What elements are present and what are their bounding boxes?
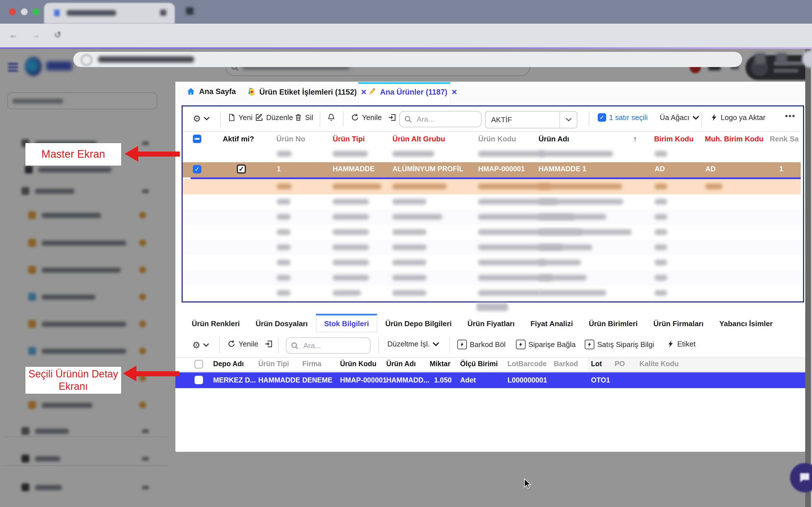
detail-tab[interactable]: Ürün Firmaları (646, 314, 712, 332)
logo-export-button[interactable]: Logo ya Aktar (711, 113, 765, 122)
column-header[interactable]: Renk Sa (770, 132, 799, 147)
column-header[interactable]: Depo Adı (213, 358, 244, 371)
browser-tab[interactable] (44, 3, 175, 24)
correction-menu-button[interactable]: Düzeltme İşl. (388, 340, 439, 348)
row-checkbox-checked[interactable]: ✓ (193, 165, 201, 173)
back-icon[interactable]: ← (9, 30, 17, 40)
translate-icon[interactable] (755, 53, 766, 64)
master-search-box[interactable] (399, 111, 481, 127)
barcode-split-button[interactable]: Barkod Böl (457, 340, 506, 349)
detail-tab[interactable]: Ürün Dosyaları (248, 314, 316, 332)
tab-ana-sayfa[interactable]: Ana Sayfa (187, 87, 236, 96)
edit-button[interactable]: Düzenle (255, 113, 293, 122)
grid-settings-button[interactable]: ⚙ (192, 340, 209, 350)
column-header[interactable]: Miktar (430, 358, 451, 371)
column-header[interactable]: Ürün Tipi (333, 132, 365, 147)
column-header[interactable]: Ürün No (276, 132, 305, 147)
blurred-text-placeholder (393, 214, 442, 220)
table-row-blurred[interactable] (183, 225, 801, 240)
checkbox-checked-icon[interactable]: ✓ (598, 113, 606, 122)
detail-selected-row[interactable]: MERKEZ D... HAMMADDE DENEME HMAP-000001 … (175, 372, 805, 388)
select-all-checkbox[interactable] (193, 135, 201, 143)
column-header[interactable]: Ürün Adı (386, 358, 416, 371)
column-header[interactable]: Kalite Kodu (640, 358, 679, 371)
master-grid-header: Aktif mi? Ürün No Ürün Tipi Ürün Alt Gru… (183, 132, 801, 147)
detail-tab[interactable]: Ürün Depo Bilgileri (377, 314, 459, 332)
new-button[interactable]: Yeni (228, 113, 253, 122)
refresh-button[interactable]: Yenile (227, 340, 258, 348)
table-row-blurred[interactable] (183, 286, 801, 301)
detail-tab-active[interactable]: Stok Bilgileri (315, 314, 377, 332)
detail-tab[interactable]: Ürün Birimleri (581, 314, 645, 332)
sales-order-info-button[interactable]: Satış Sipariş Bilgi (585, 340, 654, 349)
tab-close-icon[interactable] (160, 10, 166, 16)
column-header[interactable]: Ürün Kodu (478, 132, 516, 147)
chat-widget-button[interactable] (790, 463, 812, 492)
table-row-blurred[interactable] (183, 179, 801, 194)
notifications-button[interactable] (327, 113, 336, 122)
reload-icon[interactable]: ↺ (54, 30, 61, 40)
refresh-button[interactable]: Yenile (351, 113, 382, 122)
select-all-checkbox[interactable] (195, 360, 203, 369)
column-header[interactable]: Muh. Birim Kodu (705, 132, 763, 147)
cell-urun-adi: HAMMADD... (386, 372, 429, 388)
traffic-minimize-button[interactable] (21, 8, 28, 15)
address-bar[interactable] (73, 52, 742, 67)
search-input[interactable] (302, 341, 365, 350)
column-header[interactable]: PO (615, 358, 625, 371)
export-button[interactable] (388, 113, 396, 122)
detail-tab[interactable]: Yabancı İsimler (711, 314, 780, 332)
detail-tab[interactable]: Ürün Renkleri (184, 314, 248, 332)
search-input[interactable] (416, 114, 476, 124)
column-header[interactable]: Ürün Adı (539, 132, 569, 147)
new-tab-button[interactable] (186, 7, 193, 15)
button-label: Yenile (239, 340, 258, 348)
tab-close-icon[interactable]: ✕ (451, 88, 458, 96)
selected-table-row[interactable]: ✓ ✓ 1 HAMMADDE ALÜMİNYUM PROFİL HMAP-000… (183, 162, 801, 177)
table-row-blurred[interactable] (183, 147, 801, 162)
search-icon (404, 115, 412, 123)
table-row-blurred[interactable] (183, 210, 801, 225)
export-button[interactable] (264, 340, 273, 348)
more-options-button[interactable]: ••• (785, 111, 796, 121)
column-header[interactable]: Firma (302, 358, 321, 371)
detail-tab[interactable]: Ürün Fiyatları (460, 314, 523, 332)
link-order-button[interactable]: Siparişe Bağla (516, 340, 576, 349)
label-print-button[interactable]: Etiket (667, 340, 696, 348)
blurred-text-placeholder (393, 184, 447, 189)
detail-search-box[interactable] (286, 337, 370, 354)
table-row-blurred[interactable] (183, 255, 801, 270)
aktif-checkbox-checked[interactable]: ✓ (237, 165, 246, 173)
column-header[interactable]: Ürün Tipi (258, 358, 289, 371)
tab-urun-etiket[interactable]: Ürün Etiket İşlemleri (1152) ✕ (246, 87, 367, 96)
tree-menu-button[interactable]: Üa Ağacı (660, 113, 699, 122)
column-header[interactable]: LotBarcode (507, 358, 547, 371)
table-row-blurred[interactable] (183, 270, 801, 286)
column-header[interactable]: Aktif mi? (223, 132, 254, 147)
column-header[interactable]: Ürün Kodu (340, 358, 376, 371)
table-row-blurred[interactable] (183, 240, 801, 255)
traffic-close-button[interactable] (9, 8, 16, 15)
column-header[interactable]: Barkod (554, 358, 578, 371)
site-info-icon[interactable] (81, 55, 92, 65)
column-header[interactable]: Lot (591, 358, 602, 371)
grid-settings-button[interactable]: ⚙ (193, 113, 210, 124)
traffic-zoom-button[interactable] (33, 8, 40, 15)
chevron-down-icon (693, 115, 699, 120)
table-row-blurred[interactable] (183, 194, 801, 210)
collapse-handle[interactable] (476, 303, 508, 311)
search-tabs-icon[interactable] (776, 53, 787, 64)
sort-ascending-icon[interactable]: ↑ (633, 132, 637, 147)
annotation-arrow (123, 365, 137, 381)
detail-tab[interactable]: Fiyat Analizi (522, 314, 581, 332)
column-header[interactable]: Ürün Alt Grubu (393, 132, 445, 147)
tab-close-icon[interactable]: ✕ (361, 88, 367, 96)
status-filter-select[interactable]: AKTİF (485, 111, 577, 128)
delete-button[interactable]: Sil (294, 113, 313, 122)
forward-icon[interactable]: → (32, 30, 40, 40)
column-header[interactable]: Birim Kodu (654, 132, 694, 147)
blurred-text-placeholder (277, 290, 290, 296)
tab-ana-urunler[interactable]: Ana Ürünler (1187) ✕ (367, 87, 457, 96)
column-header[interactable]: Ölçü Birimi (460, 358, 498, 371)
row-checkbox[interactable] (195, 376, 203, 384)
